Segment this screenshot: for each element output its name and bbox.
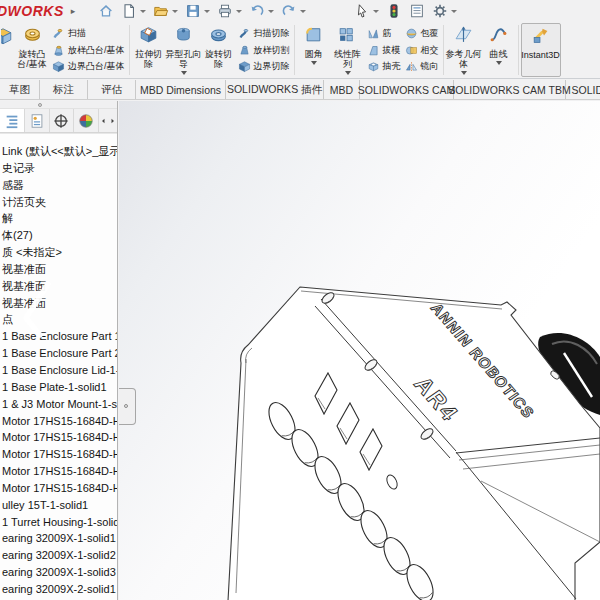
dropdown-caret-icon[interactable] — [172, 10, 178, 13]
base-enclosure-model[interactable]: ANNIN ROBOTICS AR4 — [228, 287, 600, 600]
tree-item-20[interactable]: Motor 17HS15-1684D-HG10 — [0, 463, 117, 480]
dropdown-caret-icon[interactable] — [373, 10, 379, 13]
dropdown-caret-icon[interactable] — [236, 10, 242, 13]
dropdown-caret-icon[interactable] — [345, 71, 351, 75]
tree-item-7[interactable]: 质 <未指定> — [0, 244, 117, 261]
tree-item-15[interactable]: 1 Base Plate-1-solid1 — [0, 379, 117, 396]
tree-item-26[interactable]: earing 32009X-1-solid3 — [0, 564, 117, 581]
ribbon-tab-3[interactable]: 评估 — [88, 80, 136, 100]
ribbon-tab-6[interactable]: MBD — [324, 80, 360, 100]
manager-tab-feature-manager-tree[interactable] — [0, 109, 25, 132]
ribbon-button-wrap[interactable]: 包覆 — [405, 26, 439, 41]
cut-loft-icon — [238, 44, 251, 57]
ribbon-button-boundary-boss[interactable]: 边界凸台/基体 — [52, 59, 125, 74]
ribbon-button-rib[interactable]: 筋 — [367, 26, 401, 41]
ribbon-button-sweep-boss[interactable]: 扫描 — [52, 26, 125, 41]
tree-item-1[interactable]: Link (默认<<默认>_显示状 — [0, 143, 117, 160]
print-button[interactable] — [217, 1, 242, 21]
dropdown-caret-icon[interactable] — [181, 71, 187, 75]
manager-tab-display-manager[interactable] — [74, 109, 99, 132]
dropdown-caret-icon[interactable] — [311, 61, 317, 65]
ribbon-button-draft[interactable]: 拔模 — [367, 43, 401, 58]
viewport-canvas[interactable]: ANNIN ROBOTICS AR4 — [119, 101, 600, 600]
options-button[interactable] — [432, 1, 457, 21]
select-cursor-button[interactable] — [354, 1, 379, 21]
model-3d-view[interactable]: ANNIN ROBOTICS AR4 — [119, 101, 600, 600]
dropdown-caret-icon[interactable] — [268, 10, 274, 13]
dropdown-caret-icon[interactable] — [451, 10, 457, 13]
manager-tab-configuration-manager[interactable] — [50, 109, 75, 132]
tree-item-21[interactable]: Motor 17HS15-1684D-HG10 — [0, 480, 117, 497]
tree-item-5[interactable]: 解 — [0, 210, 117, 227]
tree-item-9[interactable]: 视基准面 — [0, 278, 117, 295]
tree-item-2[interactable]: 史记录 — [0, 160, 117, 177]
tree-item-25[interactable]: earing 32009X-1-solid2 — [0, 547, 117, 564]
tree-item-23[interactable]: 1 Turret Housing-1-solid1 — [0, 514, 117, 531]
undo-button[interactable] — [249, 1, 274, 21]
ribbon-button-mirror[interactable]: 镜向 — [405, 59, 439, 74]
tree-item-13[interactable]: 1 Base Enclosure Part 2-1- — [0, 345, 117, 362]
dropdown-caret-icon[interactable] — [300, 10, 306, 13]
ribbon-button-partial[interactable] — [1, 23, 14, 77]
ribbon-button-reference-geometry[interactable]: 参考几何体 — [446, 23, 482, 77]
ribbon-button-linear-pattern[interactable]: 线性阵列 — [331, 23, 365, 77]
ribbon-button-cut-revolve[interactable]: 旋转切除 — [202, 23, 236, 77]
ribbon-tab-7[interactable]: SOLIDWORKS CAM — [360, 80, 454, 100]
ribbon-button-cut-extrude[interactable]: 拉伸切除 — [132, 23, 166, 77]
ribbon-tab-5[interactable]: SOLIDWORKS 插件 — [226, 80, 324, 100]
manager-tabs-nav-right-button[interactable] — [108, 109, 117, 132]
tree-item-3[interactable]: 感器 — [0, 177, 117, 194]
ribbon-tab-9[interactable]: SOLIDWORKS Inspect — [566, 80, 600, 100]
new-document-button[interactable] — [121, 1, 146, 21]
tree-item-6[interactable]: 体(27) — [0, 227, 117, 244]
save-button[interactable] — [185, 1, 210, 21]
panel-grip-icon[interactable] — [38, 103, 42, 107]
menu-flyout-arrow-icon[interactable]: ▸ — [71, 6, 76, 16]
ribbon-button-shell[interactable]: 抽壳 — [367, 59, 401, 74]
ribbon-button-loft-boss[interactable]: 放样凸台/基体 — [52, 43, 125, 58]
manager-tab-property-manager[interactable] — [25, 109, 50, 132]
dropdown-caret-icon[interactable] — [461, 71, 467, 75]
tree-item-8[interactable]: 视基准面 — [0, 261, 117, 278]
home-button[interactable] — [98, 1, 114, 21]
ribbon-button-cut-sweep[interactable]: 扫描切除 — [238, 26, 290, 41]
ribbon-tab-8[interactable]: SOLIDWORKS CAM TBM — [454, 80, 566, 100]
ribbon-button-fillet[interactable]: 圆角 — [297, 23, 331, 77]
dropdown-caret-icon[interactable] — [496, 61, 502, 65]
tree-item-17[interactable]: Motor 17HS15-1684D-HG10 — [0, 413, 117, 430]
tree-item-18[interactable]: Motor 17HS15-1684D-HG10 — [0, 429, 117, 446]
tree-item-4[interactable]: 计活页夹 — [0, 194, 117, 211]
ribbon-tab-1[interactable]: 草图 — [0, 80, 40, 100]
dropdown-caret-icon[interactable] — [140, 10, 146, 13]
redo-button[interactable] — [281, 1, 306, 21]
ribbon-stack: 扫描切除放样切割边界切除 — [236, 23, 292, 77]
ribbon-button-intersect[interactable]: 相交 — [405, 43, 439, 58]
cut-revolve-icon — [209, 25, 228, 48]
panel-splitter-handle[interactable] — [119, 388, 136, 425]
ribbon-tab-4[interactable]: MBD Dimensions — [136, 80, 226, 100]
tree-item-24[interactable]: earing 32009X-1-solid1 — [0, 530, 117, 547]
ribbon-group-4: 参考几何体曲线 — [445, 22, 517, 78]
ribbon-button-revolve-boss[interactable]: 旋转凸台/基体 — [14, 23, 50, 77]
ribbon-button-cut-boundary[interactable]: 边界切除 — [238, 59, 290, 74]
rebuild-button[interactable] — [386, 1, 402, 21]
tree-item-10[interactable]: 视基准面 — [0, 295, 117, 312]
manager-tabs-nav-left-button[interactable] — [99, 109, 108, 132]
tree-item-27[interactable]: earing 32009X-2-solid1 — [0, 581, 117, 598]
open-button[interactable] — [153, 1, 178, 21]
ribbon-button-curve[interactable]: 曲线 — [482, 23, 516, 77]
tree-item-11[interactable]: 点 — [0, 311, 117, 328]
ribbon-button-hole-wizard[interactable]: 异型孔向导 — [166, 23, 202, 77]
ribbon-tab-2[interactable]: 标注 — [40, 80, 88, 100]
tree-item-19[interactable]: Motor 17HS15-1684D-HG10 — [0, 446, 117, 463]
ribbon-button-cut-loft[interactable]: 放样切割 — [238, 43, 290, 58]
ribbon-button-label: 抽壳 — [383, 60, 401, 73]
tree-item-12[interactable]: 1 Base Enclosure Part 1-5- — [0, 328, 117, 345]
ribbon-group-separator — [518, 25, 519, 75]
tree-item-14[interactable]: 1 Base Enclosure Lid-1-soli — [0, 362, 117, 379]
tree-item-22[interactable]: ulley 15T-1-solid1 — [0, 497, 117, 514]
dropdown-caret-icon[interactable] — [204, 10, 210, 13]
file-properties-button[interactable] — [409, 1, 425, 21]
tree-item-16[interactable]: 1 & J3 Motor Mount-1-soli — [0, 396, 117, 413]
ribbon-button-instant3d[interactable]: Instant3D — [521, 23, 561, 77]
